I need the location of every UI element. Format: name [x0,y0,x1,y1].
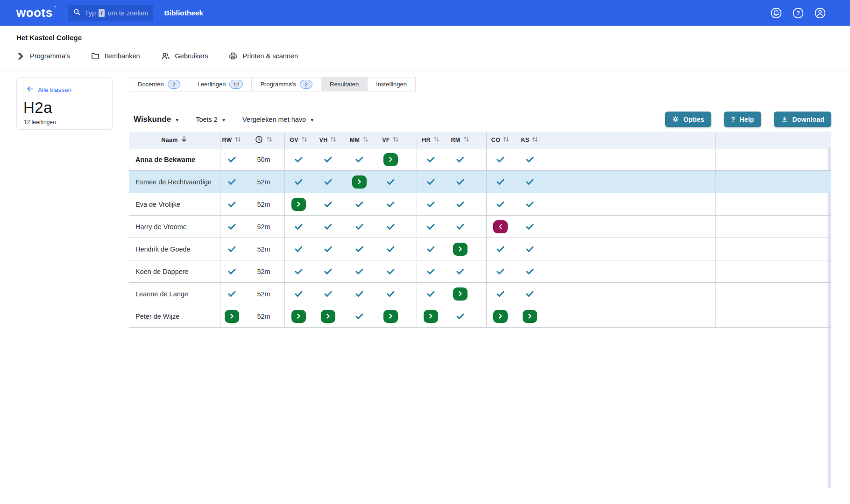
subnav-item-gebruikers[interactable]: Gebruikers [161,51,208,61]
check-icon [354,311,364,321]
chevron-right-badge[interactable] [291,310,306,323]
cell-spacer [476,193,487,215]
result-cell-rm [445,238,476,260]
notifications-bell-icon[interactable] [770,7,782,19]
column-label: RM [451,137,460,143]
check-icon [386,222,396,231]
tab-instellingen[interactable]: Instellingen [367,77,416,91]
chevron-right-badge[interactable] [383,153,398,166]
back-to-all-classes-link[interactable]: Alle klassen [26,85,71,94]
chevron-right-badge[interactable] [453,287,468,301]
result-cell-vh [312,283,344,305]
check-icon [354,154,364,164]
download-button[interactable]: Download [774,112,831,127]
cell-spacer [476,260,487,282]
result-cell-rm [445,260,476,282]
chevron-right-badge[interactable] [523,310,537,323]
result-cell-ks [514,238,545,260]
tab-docenten[interactable]: Docenten2 [129,77,189,91]
table-row[interactable]: Harry de Vroome52m [129,216,831,238]
table-row[interactable]: Anna de Bekwame50m [129,148,831,171]
tab-programma-s[interactable]: Programma's2 [251,77,321,91]
cell-spacer [716,148,831,170]
result-cell-ks [514,283,545,305]
cell-spacer [545,216,716,238]
column-header-hr[interactable]: HR [417,132,445,148]
tab-label: Docenten [138,81,164,88]
cell-spacer [406,238,417,260]
help-question-icon[interactable]: ? [792,7,804,19]
subnav-item-programma-s[interactable]: Programma's [16,52,70,61]
table-row[interactable]: Peter de Wijze52m [129,305,831,328]
tab-count-badge: 2 [300,80,312,89]
cell-spacer [716,238,831,260]
chevron-right-badge[interactable] [225,310,239,323]
subnav-item-printen-scannen[interactable]: Printen & scannen [228,51,298,61]
result-cell-rm [445,283,476,305]
column-header-time[interactable] [243,132,285,148]
chevron-right-badge[interactable] [424,310,438,323]
chevron-right-badge[interactable] [291,198,306,211]
check-icon [227,199,237,209]
table-row[interactable]: Eva de Vrolijke52m [129,193,831,216]
filter-dropdown-wiskunde[interactable]: Wiskunde▾ [134,115,178,124]
chevron-right-badge[interactable] [352,175,367,189]
check-icon [227,154,237,164]
check-icon [455,222,465,231]
check-icon [323,199,333,209]
table-row[interactable]: Esmee de Rechtvaardige52m [129,171,831,193]
tab-leerlingen[interactable]: Leerlingen12 [189,77,252,91]
table-row[interactable]: Leanne de Lange52m [129,283,831,305]
result-cell-vh [312,148,344,170]
account-user-icon[interactable] [814,7,826,19]
chevron-right-badge[interactable] [383,310,398,323]
duration-cell: 52m [243,283,285,305]
sort-both-icon [463,136,470,144]
column-header-rw[interactable]: RW [220,132,243,148]
sort-both-icon [531,136,538,144]
nav-bibliotheek-link[interactable]: Bibliotheek [164,9,204,17]
duration-cell: 52m [243,305,285,327]
cell-spacer [406,193,417,215]
filter-dropdown-toets-2[interactable]: Toets 2▾ [196,115,225,124]
table-row[interactable]: Hendrik de Goede52m [129,238,831,260]
column-header-vf[interactable]: VF [375,132,406,148]
chevron-left-badge[interactable] [493,220,508,233]
search-input[interactable]: Typ / om te zoeken [68,5,153,21]
column-header-vh[interactable]: VH [312,132,344,148]
check-icon [496,199,505,209]
result-cell-rw [220,193,243,215]
check-icon [227,266,237,276]
result-cell-vh [312,305,344,327]
arrow-left-icon [26,85,34,94]
column-header-gv[interactable]: GV [285,132,312,148]
logo-text: woots [16,6,53,20]
action-buttons: Opties ? Help Download [665,112,831,127]
subnav-item-itembanken[interactable]: Itembanken [91,51,140,61]
column-header-mm[interactable]: MM [344,132,375,148]
filter-dropdown-vergeleken-met-havo[interactable]: Vergeleken met havo▾ [242,115,313,124]
result-cell-gv [285,171,312,193]
column-header-naam[interactable]: Naam [129,132,220,148]
chevron-right-badge[interactable] [321,310,335,323]
options-button[interactable]: Opties [665,112,711,127]
help-button[interactable]: ? Help [724,112,761,127]
column-header-co[interactable]: CO [487,132,514,148]
chevron-right-badge[interactable] [453,243,468,256]
woots-logo[interactable]: woots ʹ [16,6,53,20]
column-spacer [716,132,831,148]
tab-resultaten[interactable]: Resultaten [321,77,368,91]
column-header-ks[interactable]: KS [514,132,545,148]
duration-cell: 52m [243,171,285,193]
sort-both-icon [362,136,369,144]
column-label: VH [319,137,328,143]
table-body: Anna de Bekwame50mEsmee de Rechtvaardige… [129,148,831,328]
check-icon [426,177,436,187]
sort-both-icon [433,136,440,144]
result-cell-rw [220,305,243,327]
column-header-rm[interactable]: RM [445,132,476,148]
check-icon [386,244,396,254]
chevron-right-badge[interactable] [493,310,508,323]
table-row[interactable]: Koen de Dappere52m [129,260,831,283]
check-icon [496,289,505,299]
